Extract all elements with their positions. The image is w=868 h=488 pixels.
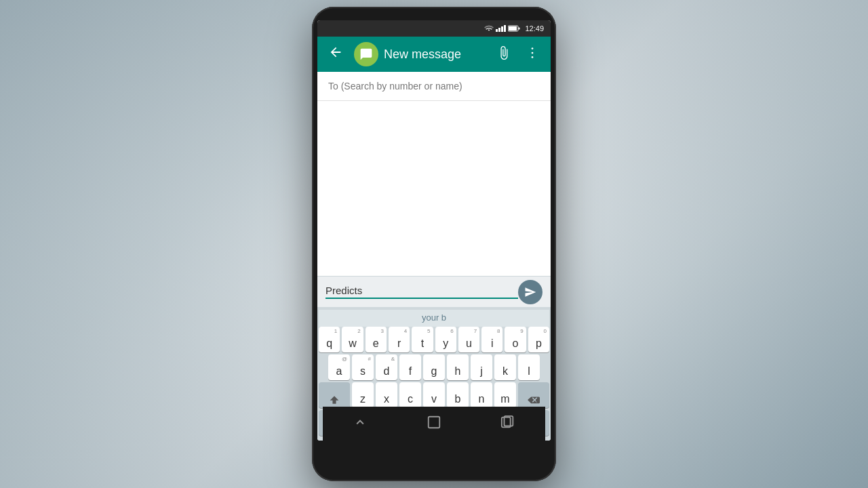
battery-icon bbox=[508, 25, 520, 32]
bottom-nav bbox=[323, 407, 545, 441]
key-delete[interactable] bbox=[518, 382, 549, 408]
more-button[interactable] bbox=[519, 40, 545, 69]
keyboard-suggestion: your b bbox=[319, 310, 549, 327]
keyboard-row-2: @a #s &d f g h j k l bbox=[319, 354, 549, 380]
key-i[interactable]: 8i bbox=[481, 327, 502, 352]
phone-screen: 12:49 New message bbox=[317, 20, 551, 441]
svg-point-4 bbox=[532, 52, 534, 54]
prediction-bar: Predicts bbox=[317, 276, 551, 307]
key-p[interactable]: 0p bbox=[528, 327, 549, 352]
key-h[interactable]: h bbox=[447, 354, 469, 380]
key-r[interactable]: 4r bbox=[389, 327, 410, 352]
key-z[interactable]: z bbox=[352, 382, 374, 408]
message-area[interactable] bbox=[317, 101, 551, 276]
svg-point-5 bbox=[532, 56, 534, 58]
key-x[interactable]: x bbox=[376, 382, 397, 408]
app-bar-actions bbox=[491, 40, 545, 69]
keyboard-row-3: z x c v b n m bbox=[319, 382, 549, 408]
status-bar: 12:49 bbox=[317, 20, 551, 37]
wifi-icon bbox=[484, 25, 494, 32]
key-t[interactable]: 5t bbox=[412, 327, 433, 352]
key-s[interactable]: #s bbox=[352, 354, 374, 380]
send-button[interactable] bbox=[518, 280, 542, 304]
signal-icon bbox=[496, 25, 506, 32]
key-o[interactable]: 9o bbox=[505, 327, 526, 352]
key-m[interactable]: m bbox=[494, 382, 516, 408]
svg-rect-1 bbox=[509, 26, 517, 30]
attach-button[interactable] bbox=[491, 40, 517, 69]
phone-body: 12:49 New message bbox=[312, 7, 556, 481]
key-v[interactable]: v bbox=[423, 382, 445, 408]
key-g[interactable]: g bbox=[423, 354, 445, 380]
key-b[interactable]: b bbox=[447, 382, 469, 408]
to-field[interactable] bbox=[317, 72, 551, 101]
phone-wrapper: 12:49 New message bbox=[312, 7, 556, 481]
app-bar: New message bbox=[317, 37, 551, 72]
key-j[interactable]: j bbox=[471, 354, 492, 380]
back-button[interactable] bbox=[323, 39, 349, 69]
key-c[interactable]: c bbox=[399, 382, 421, 408]
key-u[interactable]: 7u bbox=[458, 327, 479, 352]
key-l[interactable]: l bbox=[518, 354, 540, 380]
status-time: 12:49 bbox=[525, 24, 544, 33]
status-icons: 12:49 bbox=[484, 24, 544, 33]
key-w[interactable]: 2w bbox=[342, 327, 363, 352]
svg-rect-6 bbox=[429, 416, 440, 428]
to-input[interactable] bbox=[328, 81, 540, 92]
nav-back-button[interactable] bbox=[353, 415, 368, 433]
key-a[interactable]: @a bbox=[328, 354, 350, 380]
key-q[interactable]: 1q bbox=[319, 327, 340, 352]
key-y[interactable]: 6y bbox=[435, 327, 456, 352]
keyboard-row-1: 1q 2w 3e 4r 5t 6y 7u 8i 9o 0p bbox=[319, 327, 549, 352]
content-area: Predicts your b 1q 2w 3e 4r bbox=[317, 72, 551, 441]
svg-point-3 bbox=[532, 47, 534, 49]
key-k[interactable]: k bbox=[494, 354, 516, 380]
key-d[interactable]: &d bbox=[376, 354, 397, 380]
key-e[interactable]: 3e bbox=[366, 327, 387, 352]
prediction-text: Predicts bbox=[326, 285, 518, 299]
nav-recents-button[interactable] bbox=[500, 415, 515, 433]
nav-home-button[interactable] bbox=[427, 415, 441, 433]
app-bar-title: New message bbox=[384, 47, 491, 62]
svg-rect-2 bbox=[519, 28, 520, 30]
key-shift[interactable] bbox=[319, 382, 350, 408]
app-icon bbox=[354, 42, 378, 66]
key-n[interactable]: n bbox=[471, 382, 492, 408]
key-f[interactable]: f bbox=[399, 354, 421, 380]
